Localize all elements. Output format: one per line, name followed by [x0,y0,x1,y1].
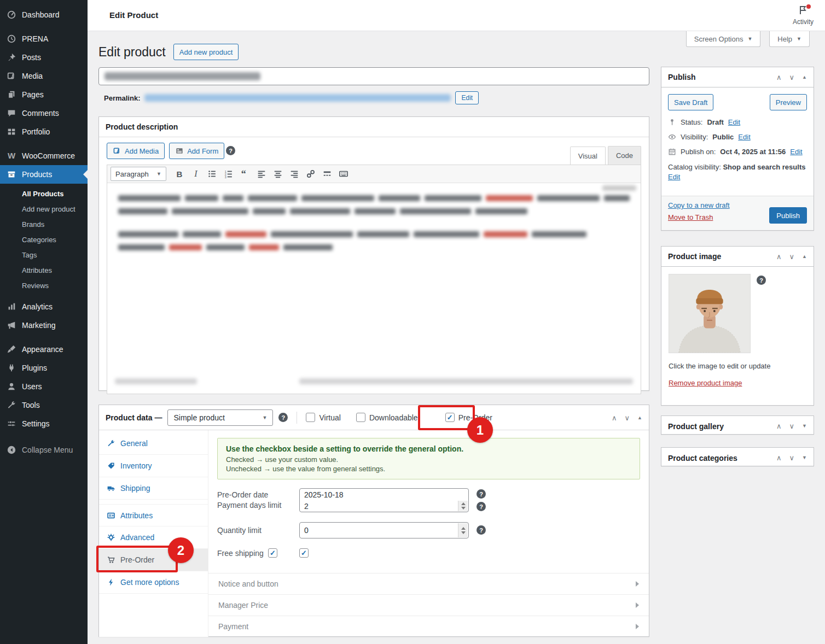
number-spinner[interactable] [458,501,468,511]
tab-get-more-options[interactable]: Get more options [99,571,208,594]
submenu-brands[interactable]: Brands [0,216,88,232]
tab-code[interactable]: Code [608,146,641,165]
keyboard-shortcuts-button[interactable] [336,167,351,181]
sidebar-item-dashboard[interactable]: Dashboard [0,5,88,24]
publish-on-edit-link[interactable]: Edit [790,148,802,156]
sidebar-item-prena[interactable]: PRENA [0,30,88,48]
move-down-icon[interactable]: ∨ [789,74,795,81]
submenu-categories[interactable]: Categories [0,232,88,247]
status-edit-link[interactable]: Edit [728,118,740,126]
product-type-select[interactable]: Simple product▼ [167,409,273,426]
preview-button[interactable]: Preview [770,94,807,110]
quantity-limit-input[interactable]: 0 [299,522,469,538]
add-form-button[interactable]: Add Form [169,143,224,159]
accordion-payment[interactable]: Payment [208,616,649,637]
virtual-checkbox-row[interactable]: Virtual [306,413,340,422]
tab-visual[interactable]: Visual [570,147,606,165]
add-new-product-button[interactable]: Add new product [173,44,239,60]
submenu-tags[interactable]: Tags [0,247,88,262]
product-gallery-header[interactable]: Product gallery ∧∨▼ [661,416,814,436]
sidebar-item-plugins[interactable]: Plugins [0,359,88,377]
move-to-trash-link[interactable]: Move to Trash [668,213,713,221]
blockquote-button[interactable] [237,167,253,181]
tab-shipping[interactable]: Shipping [99,477,208,500]
product-photo[interactable] [669,274,751,353]
sidebar-item-tools[interactable]: Tools [0,396,88,414]
preorder-date-help-icon[interactable]: ? [477,489,486,499]
sidebar-item-media[interactable]: Media [0,67,88,85]
quantity-limit-help-icon[interactable]: ? [477,525,486,535]
tab-inventory[interactable]: Inventory [99,455,208,477]
submenu-all-products[interactable]: All Products [0,186,88,201]
sidebar-item-woocommerce[interactable]: WWooCommerce [0,147,88,165]
save-draft-button[interactable]: Save Draft [668,94,713,110]
sidebar-collapse-menu[interactable]: Collapse Menu [0,441,88,459]
sidebar-item-users[interactable]: Users [0,377,88,396]
numbered-list-button[interactable] [221,167,236,181]
preorder-checkbox[interactable] [445,413,455,422]
paragraph-style-select[interactable]: Paragraph▼ [111,167,166,181]
tab-general[interactable]: General [99,432,208,455]
payment-days-input[interactable]: 2 [300,500,468,512]
screen-options-button[interactable]: Screen Options▼ [686,31,761,47]
move-up-icon[interactable]: ∧ [612,414,617,421]
collapse-panel-icon[interactable]: ▲ [802,254,807,259]
move-down-icon[interactable]: ∨ [789,253,795,260]
sidebar-item-settings[interactable]: Settings [0,414,88,433]
sidebar-item-portfolio[interactable]: Portfolio [0,122,88,141]
editor-content-area[interactable] [107,183,641,270]
move-down-icon[interactable]: ∨ [625,414,630,421]
product-image-header[interactable]: Product image ∧∨▲ [661,247,814,267]
activity-button[interactable]: Activity [790,4,816,26]
accordion-manager-price[interactable]: Manager Price [208,594,649,616]
sidebar-item-analytics[interactable]: Analytics [0,297,88,316]
product-type-help-icon[interactable]: ? [278,413,288,422]
bold-button[interactable]: B [172,167,187,181]
submenu-reviews[interactable]: Reviews [0,278,88,293]
tab-attributes[interactable]: Attributes [99,504,208,526]
move-up-icon[interactable]: ∧ [776,74,782,81]
collapse-panel-icon[interactable]: ▲ [637,415,642,420]
visibility-edit-link[interactable]: Edit [738,133,750,141]
align-left-button[interactable] [254,167,269,181]
product-categories-header[interactable]: Product categories ∧∨▼ [661,448,814,468]
move-up-icon[interactable]: ∧ [776,423,782,430]
align-right-button[interactable] [287,167,302,181]
sidebar-item-products[interactable]: Products [0,165,88,184]
product-image-help-icon[interactable]: ? [757,276,766,285]
italic-button[interactable]: I [188,167,204,181]
product-title-input[interactable] [98,67,649,85]
catalog-visibility-edit-link[interactable]: Edit [668,173,680,181]
read-more-button[interactable] [319,167,335,181]
downloadable-checkbox-row[interactable]: Downloadable [356,413,418,422]
move-down-icon[interactable]: ∨ [789,423,795,430]
expand-panel-icon[interactable]: ▼ [802,455,807,460]
sidebar-item-appearance[interactable]: Appearance [0,340,88,359]
insert-link-button[interactable] [303,167,318,181]
downloadable-checkbox[interactable] [356,413,365,422]
collapse-panel-icon[interactable]: ▲ [802,75,807,80]
move-down-icon[interactable]: ∨ [789,454,795,461]
bullet-list-button[interactable] [205,167,220,181]
preorder-date-input[interactable]: 2025-10-18 [300,489,468,500]
expand-panel-icon[interactable]: ▼ [802,424,807,429]
editor-help-icon[interactable]: ? [226,146,235,155]
number-spinner[interactable] [458,523,468,537]
sidebar-item-pages[interactable]: Pages [0,85,88,104]
submenu-attributes[interactable]: Attributes [0,262,88,278]
sidebar-item-posts[interactable]: Posts [0,48,88,67]
sidebar-item-comments[interactable]: Comments [0,104,88,122]
remove-product-image-link[interactable]: Remove product image [669,379,742,387]
free-shipping-override-checkbox[interactable] [268,548,277,558]
move-up-icon[interactable]: ∧ [776,454,782,461]
publish-panel-header[interactable]: Publish ∧∨▲ [661,67,814,87]
sidebar-item-marketing[interactable]: Marketing [0,316,88,335]
add-media-button[interactable]: Add Media [107,143,165,159]
submenu-add-new-product[interactable]: Add new product [0,201,88,216]
payment-days-help-icon[interactable]: ? [477,502,486,511]
help-button[interactable]: Help▼ [769,31,810,47]
permalink-edit-button[interactable]: Edit [455,91,479,104]
publish-button[interactable]: Publish [769,207,807,224]
free-shipping-checkbox[interactable] [299,548,309,558]
accordion-notice-and-button[interactable]: Notice and button [208,573,649,594]
